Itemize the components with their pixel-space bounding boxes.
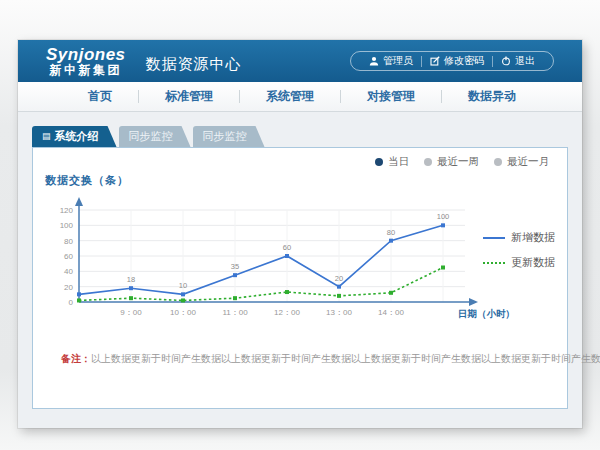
svg-text:100: 100 xyxy=(437,212,450,221)
svg-text:60: 60 xyxy=(283,243,291,252)
user-icon xyxy=(369,56,379,66)
svg-text:18: 18 xyxy=(127,275,135,284)
radio-label: 当日 xyxy=(388,155,409,169)
tab-system-intro[interactable]: ▤ 系统介绍 xyxy=(32,126,117,147)
radio-today[interactable]: 当日 xyxy=(375,155,409,169)
time-range-filter: 当日 最近一周 最近一月 xyxy=(375,155,549,169)
svg-text:20: 20 xyxy=(64,283,73,292)
legend-item-updated-data[interactable]: 更新数据 xyxy=(483,255,555,270)
svg-text:12：00: 12：00 xyxy=(274,308,300,317)
tab-label: 系统介绍 xyxy=(55,129,99,144)
svg-text:100: 100 xyxy=(60,221,74,230)
tab-bar: ▤ 系统介绍 同步监控 同步监控 xyxy=(32,126,582,147)
svg-text:35: 35 xyxy=(231,262,239,271)
page-title: 数据资源中心 xyxy=(146,55,242,74)
nav-item-data-changes[interactable]: 数据异动 xyxy=(442,88,542,105)
svg-text:14：00: 14：00 xyxy=(378,308,404,317)
chart-legend: 新增数据 更新数据 xyxy=(483,230,555,270)
tab-sync-monitor-2[interactable]: 同步监控 xyxy=(193,126,265,147)
app-header: Synjones 新中新集团 数据资源中心 管理员 修改密码 xyxy=(18,40,582,82)
nav-item-system[interactable]: 系统管理 xyxy=(240,88,340,105)
change-password-button[interactable]: 修改密码 xyxy=(422,54,492,68)
svg-text:120: 120 xyxy=(60,206,74,215)
footnote-text: 以上数据更新于时间产生数据以上数据更新于时间产生数据以上数据更新于时间产生数据以… xyxy=(91,353,600,364)
tab-label: 同步监控 xyxy=(203,129,247,144)
legend-label: 更新数据 xyxy=(511,255,555,270)
svg-text:60: 60 xyxy=(64,252,73,261)
document-icon: ▤ xyxy=(42,132,51,141)
svg-text:80: 80 xyxy=(387,228,395,237)
tab-label: 同步监控 xyxy=(129,129,173,144)
nav-item-home[interactable]: 首页 xyxy=(62,88,138,105)
content-area: ▤ 系统介绍 同步监控 同步监控 当日 最近一周 xyxy=(18,112,582,428)
radio-icon xyxy=(494,158,502,166)
app-window: Synjones 新中新集团 数据资源中心 管理员 修改密码 xyxy=(18,40,582,428)
brand-logo-en: Synjones xyxy=(46,46,126,64)
chart-title: 数据交换（条） xyxy=(45,173,129,188)
svg-text:0: 0 xyxy=(69,298,74,307)
radio-label: 最近一周 xyxy=(437,155,479,169)
legend-solid-line-icon xyxy=(483,237,505,239)
chart-panel: 当日 最近一周 最近一月 数据交换（条） 0204060801001209：00… xyxy=(32,147,568,409)
radio-last-week[interactable]: 最近一周 xyxy=(424,155,479,169)
svg-text:9：00: 9：00 xyxy=(120,308,142,317)
svg-text:20: 20 xyxy=(335,274,343,283)
logout-label: 退出 xyxy=(515,54,535,68)
svg-text:80: 80 xyxy=(64,237,73,246)
svg-text:10: 10 xyxy=(179,281,187,290)
footnote-label: 备注： xyxy=(61,353,91,364)
svg-text:11：00: 11：00 xyxy=(222,308,248,317)
nav-item-standards[interactable]: 标准管理 xyxy=(139,88,239,105)
change-password-label: 修改密码 xyxy=(444,54,484,68)
current-user-button[interactable]: 管理员 xyxy=(361,54,421,68)
line-chart: 0204060801001209：0010：0011：0012：0013：001… xyxy=(37,190,517,330)
footnote: 备注：以上数据更新于时间产生数据以上数据更新于时间产生数据以上数据更新于时间产生… xyxy=(61,352,600,366)
radio-label: 最近一月 xyxy=(507,155,549,169)
svg-text:10：00: 10：00 xyxy=(170,308,196,317)
radio-icon xyxy=(375,158,383,166)
power-icon xyxy=(501,56,511,66)
edit-icon xyxy=(430,56,440,66)
legend-item-new-data[interactable]: 新增数据 xyxy=(483,230,555,245)
legend-label: 新增数据 xyxy=(511,230,555,245)
radio-icon xyxy=(424,158,432,166)
brand-logo-cn: 新中新集团 xyxy=(46,64,126,77)
current-user-label: 管理员 xyxy=(383,54,413,68)
radio-last-month[interactable]: 最近一月 xyxy=(494,155,549,169)
brand-logo: Synjones 新中新集团 xyxy=(46,46,126,76)
tab-sync-monitor-1[interactable]: 同步监控 xyxy=(119,126,191,147)
legend-dotted-line-icon xyxy=(483,262,505,264)
svg-text:日期（小时）: 日期（小时） xyxy=(458,308,515,320)
logout-button[interactable]: 退出 xyxy=(493,54,543,68)
nav-item-integration[interactable]: 对接管理 xyxy=(341,88,441,105)
svg-text:40: 40 xyxy=(64,267,73,276)
main-nav: 首页 标准管理 系统管理 对接管理 数据异动 xyxy=(18,82,582,112)
svg-text:13：00: 13：00 xyxy=(326,308,352,317)
user-bar: 管理员 修改密码 退出 xyxy=(350,51,554,71)
